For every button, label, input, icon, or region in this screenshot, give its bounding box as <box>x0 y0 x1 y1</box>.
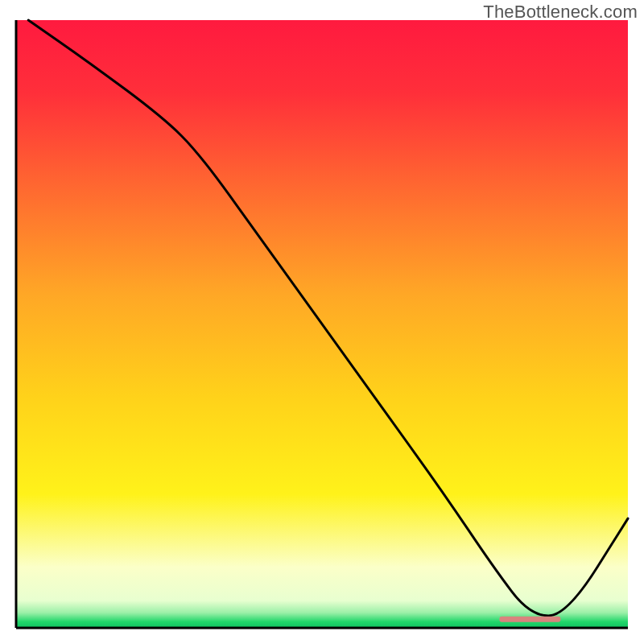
bottleneck-chart <box>0 0 644 644</box>
chart-container: TheBottleneck.com <box>0 0 644 644</box>
optimal-range-marker <box>499 617 560 622</box>
